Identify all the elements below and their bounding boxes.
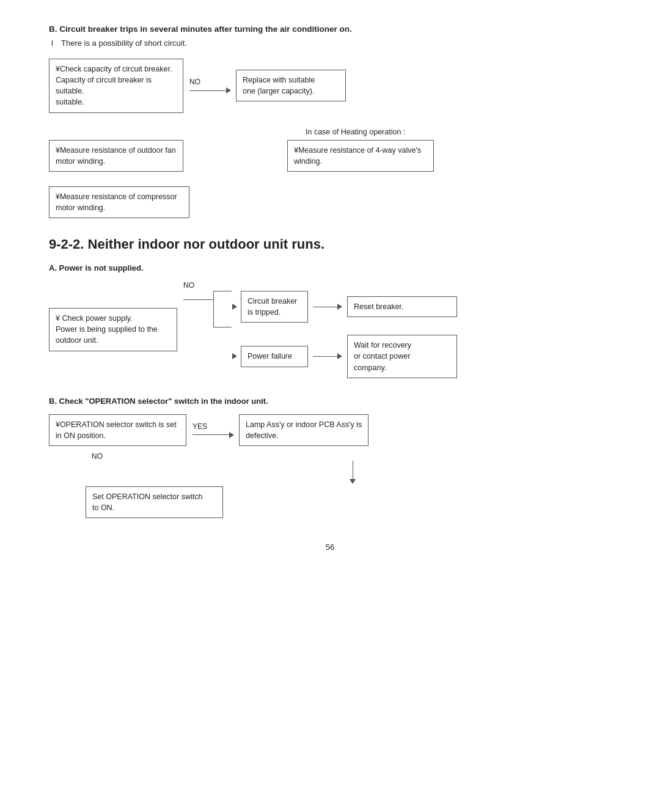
no-arrow-section: NO (189, 78, 231, 93)
lower-branch: Power failure Wait for recovery or conta… (232, 335, 457, 378)
operation-no-label: NO (92, 452, 611, 461)
section-a-power: A. Power is not supplied. ¥ Check power … (49, 263, 611, 378)
set-operation-box: Set OPERATION selector switch to ON. (86, 486, 223, 518)
four-way-line1: ¥Measure resistance of 4-way valve's (294, 146, 421, 155)
vert-fork-line (213, 291, 214, 327)
section-c-heading: B. Check "OPERATION selector" switch in … (49, 397, 611, 406)
no-down-section: NO Set OPERATION selector switch to ON. (86, 452, 611, 518)
wait-line2: or contact power (354, 352, 410, 360)
power-failure-box: Power failure (241, 346, 308, 367)
four-way-valve-box: ¥Measure resistance of 4-way valve's win… (287, 140, 434, 172)
upper-arrow-wrap (232, 304, 237, 310)
down-arrow (350, 479, 356, 484)
replace-line2: one (larger capacity). (243, 87, 314, 95)
check-capacity-line2: Capacity of circuit breaker is suitable. (56, 76, 152, 95)
compressor-line2: motor winding. (56, 203, 105, 212)
page-number-section: 56 (49, 543, 611, 552)
wait-line3: company. (354, 364, 386, 372)
diag1-row: ¥Check capacity of circuit breaker. Capa… (49, 59, 611, 113)
wait-line (313, 356, 337, 357)
outdoor-fan-line1: ¥Measure resistance of outdoor fan (56, 146, 176, 155)
wait-arrow (313, 353, 342, 359)
power-row: ¥ Check power supply. Power is being sup… (49, 281, 611, 378)
reset-breaker-box: Reset breaker. (347, 296, 457, 317)
four-way-line2: winding. (294, 157, 322, 166)
no-label: NO (189, 78, 200, 86)
check-power-box: ¥ Check power supply. Power is being sup… (49, 308, 177, 351)
reset-arrow (313, 304, 342, 310)
outdoor-fan-box: ¥Measure resistance of outdoor fan motor… (49, 140, 183, 172)
yes-line (193, 434, 229, 435)
section-a-heading: A. Power is not supplied. (49, 263, 611, 272)
arrow-head (226, 87, 231, 93)
fork-area (183, 291, 214, 327)
upper-h-line (213, 291, 232, 291)
heating-label: In case of Heating operation : (306, 128, 611, 136)
main-h-line (183, 299, 214, 300)
check-power-line3: outdoor unit. (56, 336, 98, 345)
replace-box: Replace with suitable one (larger capaci… (236, 70, 346, 101)
operation-row1: ¥OPERATION selector switch is set in ON … (49, 414, 611, 446)
vert-down (94, 461, 611, 484)
main-title-section: 9-2-2. Neither indoor nor outdoor unit r… (49, 236, 611, 252)
section-b-note: There is a possibility of short circuit. (49, 38, 611, 48)
power-diagram: ¥ Check power supply. Power is being sup… (49, 281, 611, 378)
vert-line (353, 461, 353, 479)
check-capacity-line1: ¥Check capacity of circuit breaker. (56, 65, 172, 73)
operation-line2: in ON position. (56, 431, 106, 440)
diagram-measure-resistance: In case of Heating operation : ¥Measure … (49, 128, 611, 172)
replace-line1: Replace with suitable (243, 76, 315, 84)
lamp-assy-line1: Lamp Ass'y or indoor PCB Ass'y is (246, 420, 362, 429)
set-operation-line1: Set OPERATION selector switch (92, 492, 202, 501)
diagram-check-capacity: ¥Check capacity of circuit breaker. Capa… (49, 59, 611, 113)
arrow-line (189, 90, 226, 91)
lamp-assy-line2: defective. (246, 431, 279, 440)
reset-arrow-head (337, 304, 342, 310)
compressor-box: ¥Measure resistance of compressor motor … (49, 186, 189, 218)
diag2-row: ¥Measure resistance of outdoor fan motor… (49, 140, 611, 172)
section-b-heading: B. Circuit breaker trips in several minu… (49, 24, 611, 34)
power-no-label: NO (183, 281, 457, 290)
power-failure-text: Power failure (248, 352, 292, 360)
section-c-operation: B. Check "OPERATION selector" switch in … (49, 397, 611, 519)
no-branch-section: NO (183, 281, 457, 378)
page-number: 56 (326, 543, 334, 552)
check-power-line2: Power is being supplied to the (56, 325, 158, 334)
check-power-line1: ¥ Check power supply. (56, 314, 133, 323)
set-operation-line2: to ON. (92, 503, 114, 512)
diagram-compressor: ¥Measure resistance of compressor motor … (49, 186, 611, 218)
reset-breaker-text: Reset breaker. (354, 302, 403, 311)
branch-container (183, 291, 214, 327)
wait-line1: Wait for recovery (354, 341, 411, 349)
circuit-tripped-line2: is tripped. (248, 308, 280, 316)
check-capacity-line3: suitable. (56, 98, 84, 106)
wait-recovery-box: Wait for recovery or contact power compa… (347, 335, 457, 378)
branch-arrows: Circuit breaker is tripped. Reset breake… (183, 291, 457, 378)
branches: Circuit breaker is tripped. Reset breake… (232, 291, 457, 378)
operation-line1: ¥OPERATION selector switch is set (56, 420, 177, 429)
outdoor-fan-line2: motor winding. (56, 157, 105, 166)
yes-arrow-section: YES (193, 422, 234, 438)
upper-arrow-head (232, 304, 237, 310)
main-title: 9-2-2. Neither indoor nor outdoor unit r… (49, 236, 611, 252)
section-b-circuit-breaker: B. Circuit breaker trips in several minu… (49, 24, 611, 218)
arrow-wrapper (189, 87, 231, 93)
upper-branch: Circuit breaker is tripped. Reset breake… (232, 291, 457, 323)
reset-line (313, 307, 337, 307)
lower-arrow-wrap (232, 353, 237, 359)
lower-h-line (213, 327, 232, 327)
compressor-line1: ¥Measure resistance of compressor (56, 192, 177, 201)
lower-arrow-head (232, 353, 237, 359)
yes-arrow-wrap (193, 432, 234, 438)
yes-label: YES (193, 422, 207, 431)
check-capacity-box: ¥Check capacity of circuit breaker. Capa… (49, 59, 183, 113)
circuit-tripped-line1: Circuit breaker (248, 297, 297, 305)
circuit-tripped-box: Circuit breaker is tripped. (241, 291, 308, 323)
operation-box: ¥OPERATION selector switch is set in ON … (49, 414, 186, 446)
lamp-assy-box: Lamp Ass'y or indoor PCB Ass'y is defect… (239, 414, 369, 446)
wait-arrow-head (337, 353, 342, 359)
yes-arrow-head (229, 432, 234, 438)
operation-diagram: ¥OPERATION selector switch is set in ON … (49, 414, 611, 519)
